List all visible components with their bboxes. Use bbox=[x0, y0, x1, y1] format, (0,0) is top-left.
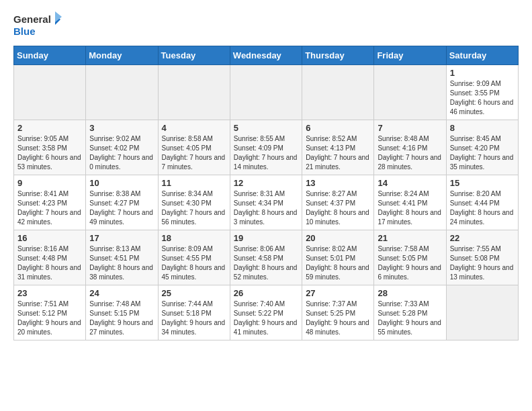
day-number: 24 bbox=[89, 288, 154, 298]
day-cell-18: 18Sunrise: 8:09 AM Sunset: 4:55 PM Dayli… bbox=[158, 230, 230, 285]
day-number: 23 bbox=[17, 288, 82, 298]
day-number: 5 bbox=[234, 123, 298, 133]
day-cell-12: 12Sunrise: 8:31 AM Sunset: 4:34 PM Dayli… bbox=[230, 175, 302, 230]
day-cell-11: 11Sunrise: 8:34 AM Sunset: 4:30 PM Dayli… bbox=[158, 175, 230, 230]
day-cell-10: 10Sunrise: 8:38 AM Sunset: 4:27 PM Dayli… bbox=[86, 175, 158, 230]
day-cell-15: 15Sunrise: 8:20 AM Sunset: 4:44 PM Dayli… bbox=[446, 175, 518, 230]
day-cell-17: 17Sunrise: 8:13 AM Sunset: 4:51 PM Dayli… bbox=[86, 230, 158, 285]
day-number: 9 bbox=[17, 178, 82, 188]
day-info: Sunrise: 8:06 AM Sunset: 4:58 PM Dayligh… bbox=[234, 244, 298, 282]
day-number: 26 bbox=[234, 288, 298, 298]
weekday-header-row: SundayMondayTuesdayWednesdayThursdayFrid… bbox=[14, 46, 519, 65]
calendar-body: 1Sunrise: 9:09 AM Sunset: 3:55 PM Daylig… bbox=[14, 65, 519, 340]
day-cell-24: 24Sunrise: 7:48 AM Sunset: 5:15 PM Dayli… bbox=[86, 285, 158, 340]
day-info: Sunrise: 8:16 AM Sunset: 4:48 PM Dayligh… bbox=[17, 244, 82, 282]
week-row-3: 16Sunrise: 8:16 AM Sunset: 4:48 PM Dayli… bbox=[14, 230, 519, 285]
day-cell-19: 19Sunrise: 8:06 AM Sunset: 4:58 PM Dayli… bbox=[230, 230, 302, 285]
day-number: 25 bbox=[162, 288, 226, 298]
day-cell-6: 6Sunrise: 8:52 AM Sunset: 4:13 PM Daylig… bbox=[302, 120, 374, 175]
day-number: 21 bbox=[378, 233, 442, 243]
weekday-header-saturday: Saturday bbox=[446, 46, 518, 65]
day-cell-3: 3Sunrise: 9:02 AM Sunset: 4:02 PM Daylig… bbox=[86, 120, 158, 175]
day-cell-9: 9Sunrise: 8:41 AM Sunset: 4:23 PM Daylig… bbox=[14, 175, 86, 230]
day-info: Sunrise: 8:02 AM Sunset: 5:01 PM Dayligh… bbox=[306, 244, 370, 282]
day-number: 27 bbox=[306, 288, 370, 298]
header: GeneralBlue bbox=[13, 11, 519, 40]
day-number: 22 bbox=[450, 233, 515, 243]
day-info: Sunrise: 8:09 AM Sunset: 4:55 PM Dayligh… bbox=[162, 244, 226, 282]
day-info: Sunrise: 8:20 AM Sunset: 4:44 PM Dayligh… bbox=[450, 189, 515, 227]
day-cell-26: 26Sunrise: 7:40 AM Sunset: 5:22 PM Dayli… bbox=[230, 285, 302, 340]
day-cell-1: 1Sunrise: 9:09 AM Sunset: 3:55 PM Daylig… bbox=[446, 65, 518, 120]
day-number: 14 bbox=[378, 178, 442, 188]
day-info: Sunrise: 7:40 AM Sunset: 5:22 PM Dayligh… bbox=[234, 300, 298, 337]
day-number: 17 bbox=[89, 233, 154, 243]
empty-cell bbox=[230, 65, 302, 120]
weekday-header-thursday: Thursday bbox=[302, 46, 374, 65]
day-number: 4 bbox=[162, 123, 226, 133]
day-number: 18 bbox=[162, 233, 226, 243]
day-number: 2 bbox=[17, 123, 82, 133]
day-number: 16 bbox=[17, 233, 82, 243]
day-number: 12 bbox=[234, 178, 298, 188]
day-info: Sunrise: 8:38 AM Sunset: 4:27 PM Dayligh… bbox=[89, 189, 154, 227]
day-number: 15 bbox=[450, 178, 515, 188]
empty-cell bbox=[446, 285, 518, 340]
day-number: 10 bbox=[89, 178, 154, 188]
logo: GeneralBlue bbox=[13, 11, 67, 40]
day-cell-2: 2Sunrise: 9:05 AM Sunset: 3:58 PM Daylig… bbox=[14, 120, 86, 175]
weekday-header-sunday: Sunday bbox=[14, 46, 86, 65]
day-cell-28: 28Sunrise: 7:33 AM Sunset: 5:28 PM Dayli… bbox=[374, 285, 446, 340]
day-info: Sunrise: 8:24 AM Sunset: 4:41 PM Dayligh… bbox=[378, 189, 442, 227]
day-info: Sunrise: 7:44 AM Sunset: 5:18 PM Dayligh… bbox=[162, 300, 226, 337]
day-cell-13: 13Sunrise: 8:27 AM Sunset: 4:37 PM Dayli… bbox=[302, 175, 374, 230]
day-number: 20 bbox=[306, 233, 370, 243]
day-cell-22: 22Sunrise: 7:55 AM Sunset: 5:08 PM Dayli… bbox=[446, 230, 518, 285]
day-number: 11 bbox=[162, 178, 226, 188]
weekday-header-wednesday: Wednesday bbox=[230, 46, 302, 65]
day-cell-8: 8Sunrise: 8:45 AM Sunset: 4:20 PM Daylig… bbox=[446, 120, 518, 175]
day-cell-27: 27Sunrise: 7:37 AM Sunset: 5:25 PM Dayli… bbox=[302, 285, 374, 340]
weekday-header-monday: Monday bbox=[86, 46, 158, 65]
day-info: Sunrise: 8:55 AM Sunset: 4:09 PM Dayligh… bbox=[234, 134, 298, 172]
weekday-header-tuesday: Tuesday bbox=[158, 46, 230, 65]
day-number: 28 bbox=[378, 288, 442, 298]
day-info: Sunrise: 8:52 AM Sunset: 4:13 PM Dayligh… bbox=[306, 134, 370, 172]
day-number: 19 bbox=[234, 233, 298, 243]
day-info: Sunrise: 9:05 AM Sunset: 3:58 PM Dayligh… bbox=[17, 134, 82, 172]
day-cell-4: 4Sunrise: 8:58 AM Sunset: 4:05 PM Daylig… bbox=[158, 120, 230, 175]
week-row-4: 23Sunrise: 7:51 AM Sunset: 5:12 PM Dayli… bbox=[14, 285, 519, 340]
week-row-2: 9Sunrise: 8:41 AM Sunset: 4:23 PM Daylig… bbox=[14, 175, 519, 230]
day-info: Sunrise: 7:33 AM Sunset: 5:28 PM Dayligh… bbox=[378, 300, 442, 337]
day-info: Sunrise: 8:27 AM Sunset: 4:37 PM Dayligh… bbox=[306, 189, 370, 227]
day-info: Sunrise: 7:48 AM Sunset: 5:15 PM Dayligh… bbox=[89, 300, 154, 337]
empty-cell bbox=[302, 65, 374, 120]
day-info: Sunrise: 7:58 AM Sunset: 5:05 PM Dayligh… bbox=[378, 244, 442, 282]
day-info: Sunrise: 8:31 AM Sunset: 4:34 PM Dayligh… bbox=[234, 189, 298, 227]
day-cell-23: 23Sunrise: 7:51 AM Sunset: 5:12 PM Dayli… bbox=[14, 285, 86, 340]
day-cell-14: 14Sunrise: 8:24 AM Sunset: 4:41 PM Dayli… bbox=[374, 175, 446, 230]
day-info: Sunrise: 8:48 AM Sunset: 4:16 PM Dayligh… bbox=[378, 134, 442, 172]
day-info: Sunrise: 8:45 AM Sunset: 4:20 PM Dayligh… bbox=[450, 134, 515, 172]
day-number: 1 bbox=[450, 68, 515, 78]
day-info: Sunrise: 7:51 AM Sunset: 5:12 PM Dayligh… bbox=[17, 300, 82, 337]
svg-text:General: General bbox=[13, 13, 51, 25]
week-row-0: 1Sunrise: 9:09 AM Sunset: 3:55 PM Daylig… bbox=[14, 65, 519, 120]
day-info: Sunrise: 7:55 AM Sunset: 5:08 PM Dayligh… bbox=[450, 244, 515, 282]
day-cell-20: 20Sunrise: 8:02 AM Sunset: 5:01 PM Dayli… bbox=[302, 230, 374, 285]
page: GeneralBlue SundayMondayTuesdayWednesday… bbox=[0, 0, 532, 351]
empty-cell bbox=[158, 65, 230, 120]
empty-cell bbox=[374, 65, 446, 120]
day-info: Sunrise: 7:37 AM Sunset: 5:25 PM Dayligh… bbox=[306, 300, 370, 337]
day-number: 8 bbox=[450, 123, 515, 133]
week-row-1: 2Sunrise: 9:05 AM Sunset: 3:58 PM Daylig… bbox=[14, 120, 519, 175]
logo-svg: GeneralBlue bbox=[13, 11, 67, 40]
day-info: Sunrise: 9:02 AM Sunset: 4:02 PM Dayligh… bbox=[89, 134, 154, 172]
day-info: Sunrise: 8:58 AM Sunset: 4:05 PM Dayligh… bbox=[162, 134, 226, 172]
day-info: Sunrise: 8:41 AM Sunset: 4:23 PM Dayligh… bbox=[17, 189, 82, 227]
day-info: Sunrise: 9:09 AM Sunset: 3:55 PM Dayligh… bbox=[450, 79, 515, 117]
day-cell-16: 16Sunrise: 8:16 AM Sunset: 4:48 PM Dayli… bbox=[14, 230, 86, 285]
svg-text:Blue: Blue bbox=[13, 26, 36, 37]
calendar-table: SundayMondayTuesdayWednesdayThursdayFrid… bbox=[13, 46, 519, 340]
day-cell-5: 5Sunrise: 8:55 AM Sunset: 4:09 PM Daylig… bbox=[230, 120, 302, 175]
